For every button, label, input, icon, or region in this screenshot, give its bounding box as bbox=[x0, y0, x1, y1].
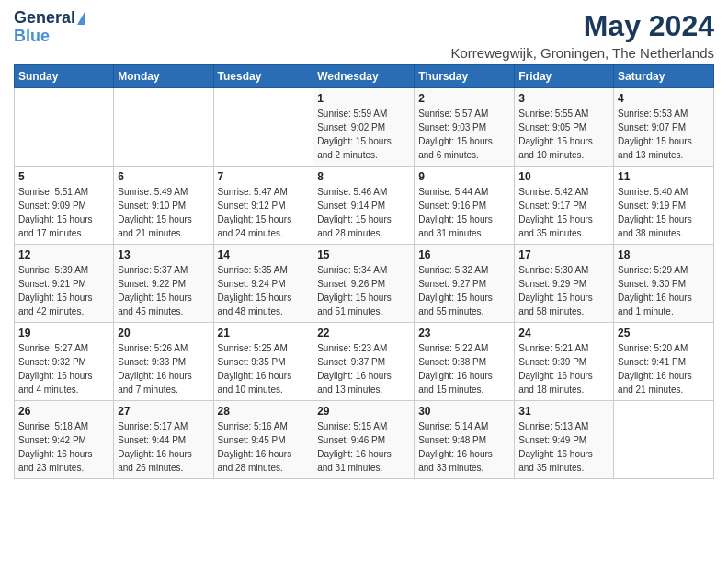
day-number: 22 bbox=[317, 327, 410, 339]
main-title: May 2024 bbox=[450, 9, 714, 43]
calendar-cell: 5Sunrise: 5:51 AM Sunset: 9:09 PM Daylig… bbox=[15, 167, 114, 245]
weekday-header-row: Sunday Monday Tuesday Wednesday Thursday… bbox=[15, 65, 714, 88]
calendar-cell: 27Sunrise: 5:17 AM Sunset: 9:44 PM Dayli… bbox=[114, 401, 213, 479]
day-number: 14 bbox=[218, 248, 310, 261]
calendar-cell: 18Sunrise: 5:29 AM Sunset: 9:30 PM Dayli… bbox=[614, 245, 714, 323]
calendar-cell: 19Sunrise: 5:27 AM Sunset: 9:32 PM Dayli… bbox=[15, 323, 114, 401]
header-saturday: Saturday bbox=[614, 65, 714, 88]
day-number: 10 bbox=[518, 170, 609, 183]
calendar-cell: 13Sunrise: 5:37 AM Sunset: 9:22 PM Dayli… bbox=[114, 245, 213, 323]
calendar-cell: 28Sunrise: 5:16 AM Sunset: 9:45 PM Dayli… bbox=[213, 401, 313, 479]
week-row-3: 12Sunrise: 5:39 AM Sunset: 9:21 PM Dayli… bbox=[15, 245, 714, 323]
day-number: 23 bbox=[418, 327, 510, 339]
header: General Blue May 2024 Korrewegwijk, Gron… bbox=[14, 9, 714, 61]
calendar-cell: 1Sunrise: 5:59 AM Sunset: 9:02 PM Daylig… bbox=[313, 88, 415, 167]
header-monday: Monday bbox=[114, 65, 213, 88]
calendar-cell: 14Sunrise: 5:35 AM Sunset: 9:24 PM Dayli… bbox=[213, 245, 313, 323]
logo: General Blue bbox=[14, 9, 85, 46]
day-number: 24 bbox=[518, 327, 609, 339]
day-info: Sunrise: 5:44 AM Sunset: 9:16 PM Dayligh… bbox=[418, 185, 510, 240]
calendar-cell: 23Sunrise: 5:22 AM Sunset: 9:38 PM Dayli… bbox=[415, 323, 515, 401]
day-info: Sunrise: 5:17 AM Sunset: 9:44 PM Dayligh… bbox=[118, 419, 209, 475]
day-info: Sunrise: 5:30 AM Sunset: 9:29 PM Dayligh… bbox=[518, 263, 609, 318]
day-info: Sunrise: 5:13 AM Sunset: 9:49 PM Dayligh… bbox=[518, 419, 609, 475]
day-number: 28 bbox=[218, 405, 310, 418]
day-info: Sunrise: 5:29 AM Sunset: 9:30 PM Dayligh… bbox=[618, 263, 710, 318]
calendar-cell: 30Sunrise: 5:14 AM Sunset: 9:48 PM Dayli… bbox=[415, 401, 515, 479]
calendar-cell bbox=[213, 88, 313, 167]
calendar-cell: 15Sunrise: 5:34 AM Sunset: 9:26 PM Dayli… bbox=[313, 245, 415, 323]
header-tuesday: Tuesday bbox=[213, 65, 313, 88]
day-number: 17 bbox=[518, 248, 609, 261]
day-number: 8 bbox=[317, 170, 410, 183]
day-info: Sunrise: 5:25 AM Sunset: 9:35 PM Dayligh… bbox=[218, 341, 310, 396]
header-sunday: Sunday bbox=[15, 65, 114, 88]
calendar: Sunday Monday Tuesday Wednesday Thursday… bbox=[14, 64, 714, 479]
day-number: 7 bbox=[218, 170, 310, 183]
calendar-cell: 22Sunrise: 5:23 AM Sunset: 9:37 PM Dayli… bbox=[313, 323, 415, 401]
calendar-cell bbox=[114, 88, 213, 167]
day-number: 6 bbox=[118, 170, 209, 183]
calendar-cell: 25Sunrise: 5:20 AM Sunset: 9:41 PM Dayli… bbox=[614, 323, 714, 401]
day-info: Sunrise: 5:16 AM Sunset: 9:45 PM Dayligh… bbox=[218, 419, 310, 475]
day-number: 26 bbox=[18, 405, 109, 418]
day-info: Sunrise: 5:20 AM Sunset: 9:41 PM Dayligh… bbox=[618, 341, 710, 396]
calendar-cell: 21Sunrise: 5:25 AM Sunset: 9:35 PM Dayli… bbox=[213, 323, 313, 401]
day-number: 15 bbox=[317, 248, 410, 261]
day-info: Sunrise: 5:14 AM Sunset: 9:48 PM Dayligh… bbox=[418, 419, 510, 475]
day-number: 30 bbox=[418, 405, 510, 418]
day-info: Sunrise: 5:23 AM Sunset: 9:37 PM Dayligh… bbox=[317, 341, 410, 396]
day-number: 2 bbox=[418, 92, 510, 105]
day-info: Sunrise: 5:15 AM Sunset: 9:46 PM Dayligh… bbox=[317, 419, 410, 475]
day-number: 16 bbox=[418, 248, 510, 261]
day-number: 21 bbox=[218, 327, 310, 339]
calendar-cell: 31Sunrise: 5:13 AM Sunset: 9:49 PM Dayli… bbox=[515, 401, 614, 479]
day-number: 1 bbox=[317, 92, 410, 105]
page: General Blue May 2024 Korrewegwijk, Gron… bbox=[0, 0, 728, 563]
calendar-cell: 10Sunrise: 5:42 AM Sunset: 9:17 PM Dayli… bbox=[515, 167, 614, 245]
calendar-cell: 3Sunrise: 5:55 AM Sunset: 9:05 PM Daylig… bbox=[515, 88, 614, 167]
calendar-cell: 24Sunrise: 5:21 AM Sunset: 9:39 PM Dayli… bbox=[515, 323, 614, 401]
day-info: Sunrise: 5:59 AM Sunset: 9:02 PM Dayligh… bbox=[317, 107, 410, 162]
day-info: Sunrise: 5:47 AM Sunset: 9:12 PM Dayligh… bbox=[218, 185, 310, 240]
day-number: 4 bbox=[618, 92, 710, 105]
day-info: Sunrise: 5:49 AM Sunset: 9:10 PM Dayligh… bbox=[118, 185, 209, 240]
calendar-cell: 2Sunrise: 5:57 AM Sunset: 9:03 PM Daylig… bbox=[415, 88, 515, 167]
day-info: Sunrise: 5:18 AM Sunset: 9:42 PM Dayligh… bbox=[18, 419, 109, 475]
day-info: Sunrise: 5:55 AM Sunset: 9:05 PM Dayligh… bbox=[518, 107, 609, 162]
day-number: 13 bbox=[118, 248, 209, 261]
day-number: 27 bbox=[118, 405, 209, 418]
calendar-cell: 29Sunrise: 5:15 AM Sunset: 9:46 PM Dayli… bbox=[313, 401, 415, 479]
calendar-cell: 11Sunrise: 5:40 AM Sunset: 9:19 PM Dayli… bbox=[614, 167, 714, 245]
calendar-cell: 17Sunrise: 5:30 AM Sunset: 9:29 PM Dayli… bbox=[515, 245, 614, 323]
calendar-cell bbox=[15, 88, 114, 167]
day-info: Sunrise: 5:42 AM Sunset: 9:17 PM Dayligh… bbox=[518, 185, 609, 240]
day-info: Sunrise: 5:51 AM Sunset: 9:09 PM Dayligh… bbox=[18, 185, 109, 240]
logo-text-line1: General bbox=[14, 9, 75, 28]
subtitle: Korrewegwijk, Groningen, The Netherlands bbox=[450, 45, 714, 61]
calendar-cell: 12Sunrise: 5:39 AM Sunset: 9:21 PM Dayli… bbox=[15, 245, 114, 323]
calendar-cell: 4Sunrise: 5:53 AM Sunset: 9:07 PM Daylig… bbox=[614, 88, 714, 167]
day-info: Sunrise: 5:40 AM Sunset: 9:19 PM Dayligh… bbox=[618, 185, 710, 240]
day-number: 25 bbox=[618, 327, 710, 339]
calendar-cell: 16Sunrise: 5:32 AM Sunset: 9:27 PM Dayli… bbox=[415, 245, 515, 323]
title-block: May 2024 Korrewegwijk, Groningen, The Ne… bbox=[450, 9, 714, 61]
header-friday: Friday bbox=[515, 65, 614, 88]
day-info: Sunrise: 5:34 AM Sunset: 9:26 PM Dayligh… bbox=[317, 263, 410, 318]
day-number: 31 bbox=[518, 405, 609, 418]
day-info: Sunrise: 5:53 AM Sunset: 9:07 PM Dayligh… bbox=[618, 107, 710, 162]
day-info: Sunrise: 5:32 AM Sunset: 9:27 PM Dayligh… bbox=[418, 263, 510, 318]
calendar-cell: 7Sunrise: 5:47 AM Sunset: 9:12 PM Daylig… bbox=[213, 167, 313, 245]
header-wednesday: Wednesday bbox=[313, 65, 415, 88]
week-row-5: 26Sunrise: 5:18 AM Sunset: 9:42 PM Dayli… bbox=[15, 401, 714, 479]
day-info: Sunrise: 5:57 AM Sunset: 9:03 PM Dayligh… bbox=[418, 107, 510, 162]
calendar-cell bbox=[614, 401, 714, 479]
day-info: Sunrise: 5:46 AM Sunset: 9:14 PM Dayligh… bbox=[317, 185, 410, 240]
day-info: Sunrise: 5:26 AM Sunset: 9:33 PM Dayligh… bbox=[118, 341, 209, 396]
logo-triangle-icon bbox=[77, 12, 85, 25]
week-row-4: 19Sunrise: 5:27 AM Sunset: 9:32 PM Dayli… bbox=[15, 323, 714, 401]
calendar-cell: 8Sunrise: 5:46 AM Sunset: 9:14 PM Daylig… bbox=[313, 167, 415, 245]
logo-text-line2: Blue bbox=[14, 28, 50, 46]
header-thursday: Thursday bbox=[415, 65, 515, 88]
day-info: Sunrise: 5:39 AM Sunset: 9:21 PM Dayligh… bbox=[18, 263, 109, 318]
